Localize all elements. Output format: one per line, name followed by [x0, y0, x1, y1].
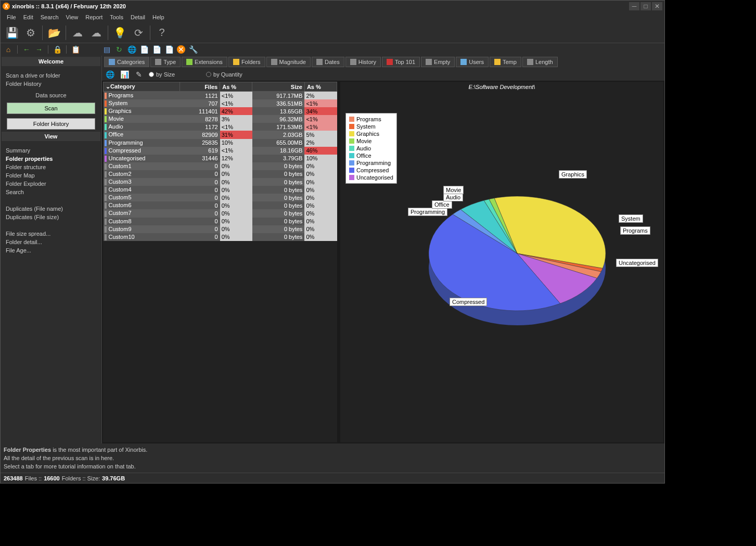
legend-swatch [349, 168, 354, 173]
chart-bar-icon[interactable]: 📊 [120, 70, 129, 79]
legend-label: Movie [356, 138, 371, 144]
export-icon[interactable]: 📄 [164, 45, 174, 54]
tab-folders[interactable]: Folders [228, 57, 265, 67]
tab-history[interactable]: History [345, 57, 381, 67]
table-row[interactable]: Uncategorised3144612%3.79GB10% [104, 155, 337, 162]
tab-extensions[interactable]: Extensions [182, 57, 227, 67]
tab-icon [155, 59, 161, 65]
close-icon[interactable]: ✕ [177, 45, 185, 54]
col-files-pct[interactable]: As % [220, 82, 252, 92]
menu-edit[interactable]: Edit [20, 13, 36, 21]
sidebar-item-summary[interactable]: Summary [6, 146, 96, 155]
table-row[interactable]: Custom200%0 bytes0% [104, 170, 337, 178]
sidebar-item[interactable]: Duplicates (File name) [6, 205, 96, 213]
chart-globe-icon[interactable]: 🌐 [105, 70, 114, 79]
sidebar-item-folder-properties[interactable]: Folder properties [6, 155, 96, 163]
table-row[interactable]: Custom500%0 bytes0% [104, 194, 337, 201]
scan-drive-link[interactable]: Scan a drive or folder [6, 71, 96, 80]
legend-label: Compressed [356, 167, 389, 173]
tab-type[interactable]: Type [150, 57, 181, 67]
table-row[interactable]: Programs1121<1%917.17MB2% [104, 92, 337, 100]
menu-report[interactable]: Report [82, 13, 106, 21]
bulb-icon[interactable]: 💡 [111, 24, 128, 41]
sidebar-item[interactable]: File Age... [6, 246, 96, 255]
by-size-radio[interactable]: by Size [149, 71, 175, 78]
maximize-button[interactable]: □ [640, 2, 651, 10]
chart-edit-icon[interactable]: ✎ [134, 70, 144, 79]
help-icon[interactable]: ? [153, 24, 170, 41]
globe-icon[interactable]: 🌐 [127, 45, 136, 54]
wrench-icon[interactable]: 🔧 [188, 45, 198, 54]
lock-icon[interactable]: 🔒 [53, 45, 62, 54]
report-icon[interactable]: 📄 [139, 45, 149, 54]
menu-view[interactable]: View [63, 13, 82, 21]
table-row[interactable]: Custom400%0 bytes0% [104, 186, 337, 194]
toolbar: 💾 ⚙ 📂 ☁ ☁ 💡 ⟳ ? [1, 22, 664, 43]
menu-search[interactable]: Search [37, 13, 62, 21]
tab-dates[interactable]: Dates [312, 57, 344, 67]
tab-users[interactable]: Users [456, 57, 489, 67]
table-row[interactable]: Custom1000%0 bytes0% [104, 233, 337, 241]
sidebar-item[interactable]: File size spread... [6, 230, 96, 238]
table-row[interactable]: System707<1%336.51MB<1% [104, 99, 337, 107]
tab-categories[interactable]: Categories [104, 57, 149, 67]
col-category[interactable]: ⌄Category [104, 82, 180, 92]
table-row[interactable]: Custom600%0 bytes0% [104, 201, 337, 209]
menu-help[interactable]: Help [149, 13, 168, 21]
tab-length[interactable]: Length [522, 57, 558, 67]
table-row[interactable]: Compressed619<1%18.16GB46% [104, 147, 337, 155]
close-button[interactable]: ✕ [652, 2, 662, 10]
sidebar-item-search[interactable]: Search [6, 188, 96, 196]
forward-icon[interactable]: → [34, 45, 44, 54]
table-row[interactable]: Custom100%0 bytes0% [104, 162, 337, 170]
category-color-stripe [105, 132, 107, 138]
menu-detail[interactable]: Detail [127, 13, 148, 21]
tab-icon [186, 59, 193, 65]
tab-top-101[interactable]: Top 101 [382, 57, 420, 67]
tab-magnitude[interactable]: Magnitude [266, 57, 311, 67]
minimize-button[interactable]: ─ [629, 2, 639, 10]
doc-icon[interactable]: ▤ [102, 45, 111, 54]
col-size[interactable]: Size [252, 82, 305, 92]
report2-icon[interactable]: 📄 [152, 45, 161, 54]
sidebar-item-folder-structure[interactable]: Folder structure [6, 163, 96, 171]
tab-temp[interactable]: Temp [490, 57, 521, 67]
category-color-stripe [105, 163, 107, 170]
table-row[interactable]: Programming2583510%655.00MB2% [104, 139, 337, 147]
menu-file[interactable]: File [4, 13, 19, 21]
cloud-search-icon[interactable]: ☁ [88, 24, 105, 41]
table-row[interactable]: Graphics11140142%13.65GB34% [104, 107, 337, 115]
table-row[interactable]: Custom800%0 bytes0% [104, 218, 337, 225]
refresh2-icon[interactable]: ↻ [114, 45, 124, 54]
sidebar-item[interactable]: Folder detail... [6, 238, 96, 246]
pie-label: Programming [408, 208, 447, 216]
back-icon[interactable]: ← [22, 45, 31, 54]
cloud-add-icon[interactable]: ☁ [69, 24, 86, 41]
home-icon[interactable]: ⌂ [4, 45, 13, 54]
sidebar-item[interactable]: Duplicates (File size) [6, 213, 96, 221]
scan-button[interactable]: Scan [7, 103, 95, 114]
table-row[interactable]: Audio1172<1%171.53MB<1% [104, 123, 337, 131]
sidebar-item-folder-map[interactable]: Folder Map [6, 171, 96, 180]
gear-icon[interactable]: ⚙ [22, 24, 39, 41]
table-row[interactable]: Custom900%0 bytes0% [104, 225, 337, 233]
menu-tools[interactable]: Tools [107, 13, 126, 21]
folder-history-link[interactable]: Folder History [6, 80, 96, 88]
clipboard-icon[interactable]: 📋 [71, 45, 80, 54]
chart-pane: E:\Software Development\ ProgramsSystemG… [340, 82, 663, 442]
table-row[interactable]: Custom300%0 bytes0% [104, 178, 337, 186]
table-row[interactable]: Office8290931%2.03GB5% [104, 131, 337, 138]
table-row[interactable]: Custom700%0 bytes0% [104, 209, 337, 217]
by-quantity-radio[interactable]: by Quantity [206, 71, 242, 78]
col-size-pct[interactable]: As % [304, 82, 337, 92]
legend-swatch [349, 153, 354, 158]
sidebar-item-folder-exploder[interactable]: Folder Exploder [6, 180, 96, 188]
refresh-icon[interactable]: ⟳ [130, 24, 147, 41]
table-row[interactable]: Movie82783%96.32MB<1% [104, 115, 337, 123]
save-icon[interactable]: 💾 [4, 24, 20, 41]
open-folder-icon[interactable]: 📂 [46, 24, 62, 41]
folder-history-button[interactable]: Folder History [7, 118, 95, 130]
legend-item: Uncategorised [348, 174, 394, 181]
col-files[interactable]: Files [180, 82, 220, 92]
tab-empty[interactable]: Empty [421, 57, 455, 67]
